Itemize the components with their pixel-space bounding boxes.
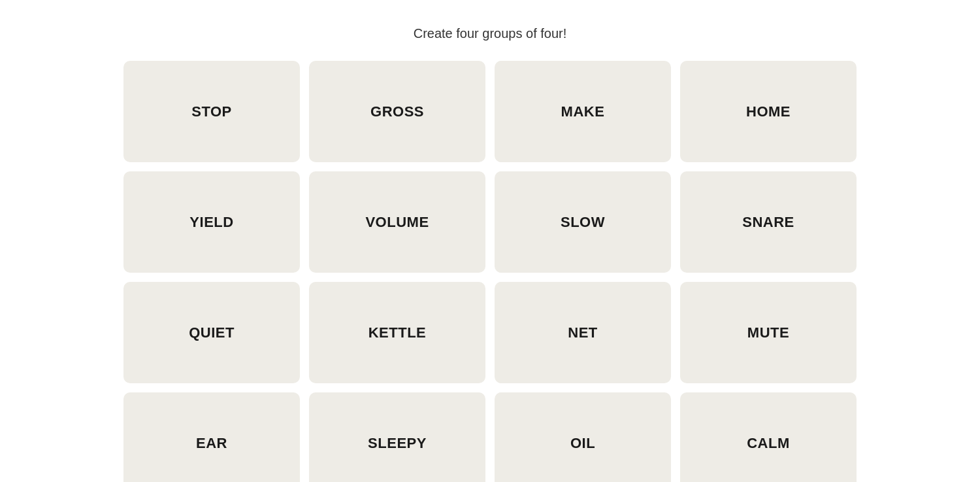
tile-label-make: MAKE: [561, 103, 605, 120]
tile-net[interactable]: NET: [495, 282, 671, 383]
tile-label-slow: SLOW: [561, 214, 605, 231]
tile-label-sleepy: SLEEPY: [368, 435, 427, 452]
tile-label-gross: GROSS: [370, 103, 424, 120]
tile-snare[interactable]: SNARE: [680, 171, 857, 273]
tile-kettle[interactable]: KETTLE: [309, 282, 485, 383]
tile-stop[interactable]: STOP: [123, 61, 300, 162]
tile-sleepy[interactable]: SLEEPY: [309, 392, 485, 482]
tile-gross[interactable]: GROSS: [309, 61, 485, 162]
tile-label-mute: MUTE: [747, 324, 789, 341]
tile-ear[interactable]: EAR: [123, 392, 300, 482]
tile-oil[interactable]: OIL: [495, 392, 671, 482]
tile-mute[interactable]: MUTE: [680, 282, 857, 383]
tile-label-ear: EAR: [196, 435, 227, 452]
tile-label-snare: SNARE: [742, 214, 794, 231]
tile-label-volume: VOLUME: [365, 214, 429, 231]
tile-calm[interactable]: CALM: [680, 392, 857, 482]
tile-label-home: HOME: [746, 103, 791, 120]
tile-label-stop: STOP: [191, 103, 232, 120]
subtitle: Create four groups of four!: [414, 26, 567, 41]
tile-label-quiet: QUIET: [189, 324, 235, 341]
tile-yield[interactable]: YIELD: [123, 171, 300, 273]
tile-label-yield: YIELD: [189, 214, 233, 231]
tile-label-kettle: KETTLE: [368, 324, 427, 341]
tile-label-net: NET: [568, 324, 598, 341]
tile-label-oil: OIL: [570, 435, 595, 452]
tile-label-calm: CALM: [747, 435, 790, 452]
tile-home[interactable]: HOME: [680, 61, 857, 162]
word-grid: STOPGROSSMAKEHOMEYIELDVOLUMESLOWSNAREQUI…: [123, 61, 857, 482]
tile-quiet[interactable]: QUIET: [123, 282, 300, 383]
tile-make[interactable]: MAKE: [495, 61, 671, 162]
tile-slow[interactable]: SLOW: [495, 171, 671, 273]
tile-volume[interactable]: VOLUME: [309, 171, 485, 273]
